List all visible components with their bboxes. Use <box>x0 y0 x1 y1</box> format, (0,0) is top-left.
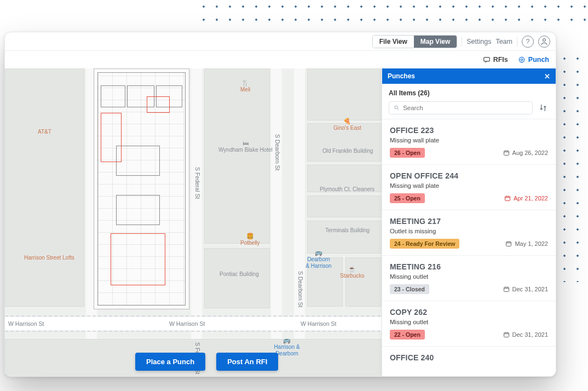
calendar-icon <box>503 331 510 338</box>
punch-item[interactable]: COPY 262Missing outlet22 - OpenDec 31, 2… <box>382 301 556 346</box>
transit-icon: 🚌 <box>273 337 301 344</box>
punch-item[interactable]: MEETING 216Missing outlet23 - ClosedDec … <box>382 255 556 301</box>
punch-meta-row: 26 - OpenAug 26, 2022 <box>390 148 548 158</box>
poi-plymouth: Plymouth Ct. Cleaners <box>320 186 374 193</box>
poi-wyndham: 🛏Wyndham Blake Hotel <box>218 140 273 153</box>
punch-list[interactable]: OFFICE 223Missing wall plate26 - OpenAug… <box>382 119 556 376</box>
street-label: S Dearborn St <box>274 134 281 171</box>
svg-rect-1 <box>483 58 489 61</box>
punches-panel: Punches ✕ All Items (26) OFFICE 223Missi… <box>382 68 556 376</box>
fp-room <box>116 195 160 225</box>
place-punch-button[interactable]: Place a Punch <box>135 353 205 371</box>
map-view-button[interactable]: Map View <box>414 36 457 48</box>
map-block <box>307 68 384 120</box>
punch-meta-row: 24 - Ready For ReviewMay 1, 2022 <box>390 239 548 249</box>
action-buttons: Place a Punch Post An RFI <box>135 353 278 371</box>
poi-starbucks: ☕Starbucks <box>340 266 364 279</box>
punch-item[interactable]: MEETING 217Outlet is missing24 - Ready F… <box>382 210 556 255</box>
panel-title: Punches <box>388 72 415 80</box>
transit-icon: 🚌 <box>305 249 332 256</box>
help-icon[interactable]: ? <box>522 36 534 48</box>
poi-franklin: Old Franklin Building <box>322 148 373 154</box>
fp-highlight <box>147 96 170 113</box>
calendar-icon <box>504 195 511 202</box>
file-view-button[interactable]: File View <box>373 36 414 48</box>
svg-point-0 <box>543 38 546 41</box>
punch-label: Punch <box>528 56 549 64</box>
hotel-icon: 🛏 <box>218 140 273 147</box>
street-label: W Harrison St <box>169 320 205 327</box>
calendar-icon <box>503 150 510 156</box>
punch-description: Missing outlet <box>390 273 548 280</box>
account-icon[interactable] <box>538 36 550 48</box>
status-badge: 22 - Open <box>390 330 425 340</box>
svg-point-3 <box>521 59 523 61</box>
punch-icon <box>518 56 526 64</box>
map-block <box>307 221 384 254</box>
map-block <box>204 248 270 308</box>
punch-title: MEETING 216 <box>390 262 548 271</box>
divider <box>462 37 462 47</box>
settings-link[interactable]: Settings <box>466 38 491 45</box>
punch-title: OPEN OFFICE 244 <box>390 171 548 180</box>
street-label: W Harrison St <box>301 320 336 327</box>
poi-potbelly: 🍔Potbelly <box>240 233 260 246</box>
status-badge: 25 - Open <box>390 193 425 203</box>
punch-item[interactable]: OFFICE 240 <box>382 346 556 369</box>
street-label: S Federal St <box>194 167 201 199</box>
close-icon[interactable]: ✕ <box>544 72 550 81</box>
poi-terminals: Terminals Building <box>325 227 370 234</box>
punch-meta-row: 25 - OpenApr 21, 2022 <box>390 193 548 203</box>
poi-ginos: 🍕Gino's East <box>333 118 361 131</box>
punch-title: MEETING 217 <box>390 217 548 226</box>
punch-date: Apr 21, 2022 <box>504 195 548 202</box>
team-link[interactable]: Team <box>495 38 512 45</box>
search-input[interactable] <box>403 105 528 111</box>
calendar-icon <box>505 240 512 247</box>
street-label: S Dearborn St <box>297 271 304 308</box>
panel-header: Punches ✕ <box>382 68 556 84</box>
secondary-bar: RFIs Punch <box>5 51 556 68</box>
punch-description: Outlet is missing <box>390 228 548 234</box>
svg-rect-5 <box>504 151 509 156</box>
map-block <box>307 196 384 217</box>
punch-meta-row: 23 - ClosedDec 31, 2021 <box>390 284 548 294</box>
rfis-label: RFIs <box>493 56 508 64</box>
search-icon <box>394 105 400 111</box>
floorplan-overlay[interactable] <box>94 68 189 309</box>
panel-subheader: All Items (26) <box>382 84 556 119</box>
punch-title: OFFICE 240 <box>390 353 548 362</box>
map-block <box>345 257 384 307</box>
svg-rect-7 <box>506 242 511 246</box>
punch-tab[interactable]: Punch <box>518 56 549 64</box>
cafe-icon: ☕ <box>340 266 364 273</box>
punch-date: Dec 31, 2021 <box>503 286 548 292</box>
restaurant-icon: 🍕 <box>333 118 361 125</box>
post-rfi-button[interactable]: Post An RFI <box>216 353 278 371</box>
poi-harrison-lofts: Harrison Street Lofts <box>24 255 74 261</box>
app-window: File View Map View Settings Team ? RFIs … <box>4 32 556 377</box>
punch-title: OFFICE 223 <box>390 126 548 135</box>
punch-description: Missing wall plate <box>390 182 548 189</box>
all-items-label: All Items (26) <box>389 89 549 97</box>
poi-transit: 🚌Dearborn & Harrison <box>305 249 332 269</box>
svg-point-2 <box>519 57 524 62</box>
punch-item[interactable]: OFFICE 223Missing wall plate26 - OpenAug… <box>382 119 556 164</box>
svg-rect-6 <box>505 197 510 201</box>
punch-date: Dec 31, 2021 <box>503 331 548 338</box>
punch-title: COPY 262 <box>390 308 548 317</box>
punch-item[interactable]: OPEN OFFICE 244Missing wall plate25 - Op… <box>382 164 556 210</box>
map-block <box>5 68 84 307</box>
restaurant-icon: 🍴 <box>240 79 250 87</box>
map-block <box>204 68 270 244</box>
calendar-icon <box>503 286 510 292</box>
decorative-dots <box>558 52 588 282</box>
sort-button[interactable] <box>537 102 549 114</box>
search-input-wrapper[interactable] <box>389 101 533 114</box>
message-icon <box>483 56 491 64</box>
poi-pontiac: Pontiac Building <box>220 271 259 278</box>
rfis-tab[interactable]: RFIs <box>483 56 508 64</box>
status-badge: 26 - Open <box>390 148 425 158</box>
fp-room <box>101 85 125 107</box>
fp-highlight <box>111 233 165 285</box>
